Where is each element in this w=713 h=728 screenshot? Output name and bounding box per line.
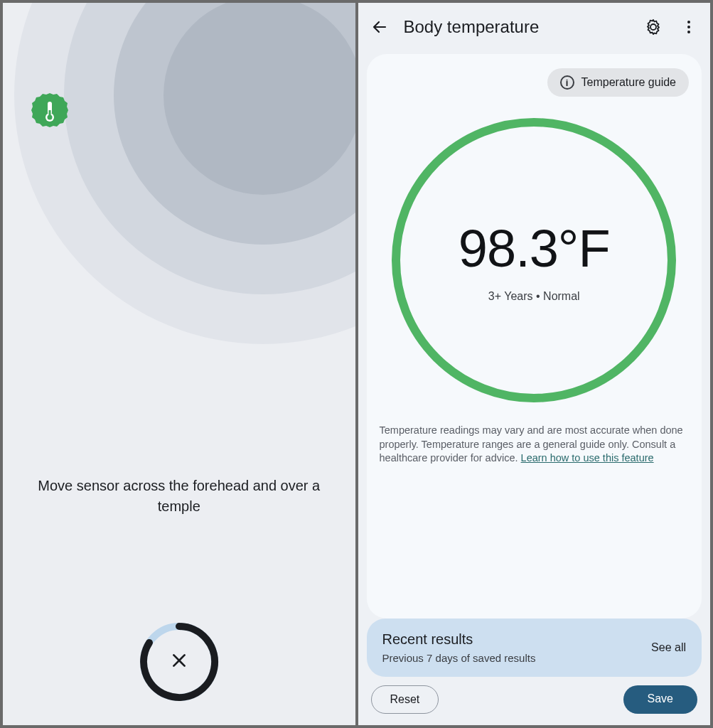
recent-results-title: Recent results <box>382 631 536 648</box>
ripple-graphic <box>14 3 355 344</box>
guide-chip-label: Temperature guide <box>581 76 676 89</box>
result-screen: Body temperature i Temperature guide 98.… <box>358 3 711 725</box>
settings-button[interactable] <box>642 16 665 38</box>
page-title: Body temperature <box>404 17 630 37</box>
svg-point-7 <box>687 31 690 33</box>
temperature-ring: 98.3°F 3+ Years • Normal <box>392 118 676 402</box>
temperature-value: 98.3°F <box>459 218 610 279</box>
info-icon: i <box>560 75 574 90</box>
recent-results-card[interactable]: Recent results Previous 7 days of saved … <box>367 619 702 677</box>
scan-screen: Move sensor across the forehead and over… <box>3 3 355 725</box>
scan-instruction-text: Move sensor across the forehead and over… <box>3 476 355 517</box>
more-button[interactable] <box>677 16 700 38</box>
back-button[interactable] <box>368 16 391 38</box>
temperature-subtext: 3+ Years • Normal <box>488 290 580 303</box>
temperature-guide-chip[interactable]: i Temperature guide <box>547 68 689 97</box>
gear-icon <box>645 18 662 36</box>
close-icon <box>170 651 188 673</box>
learn-more-link[interactable]: Learn how to use this feature <box>521 452 654 464</box>
thermometer-badge-icon <box>30 92 70 132</box>
more-vert-icon <box>680 18 697 36</box>
action-button-row: Reset Save <box>358 685 711 725</box>
svg-point-6 <box>687 26 690 28</box>
svg-point-5 <box>687 21 690 23</box>
result-card: i Temperature guide 98.3°F 3+ Years • No… <box>367 54 702 619</box>
see-all-link[interactable]: See all <box>651 641 686 654</box>
cancel-button[interactable] <box>137 620 221 704</box>
reset-button[interactable]: Reset <box>371 685 439 714</box>
save-button[interactable]: Save <box>623 685 697 714</box>
app-bar: Body temperature <box>358 3 711 51</box>
svg-point-3 <box>48 115 53 120</box>
disclaimer-text: Temperature readings may vary and are mo… <box>380 424 690 466</box>
recent-results-subtitle: Previous 7 days of saved results <box>382 652 536 664</box>
